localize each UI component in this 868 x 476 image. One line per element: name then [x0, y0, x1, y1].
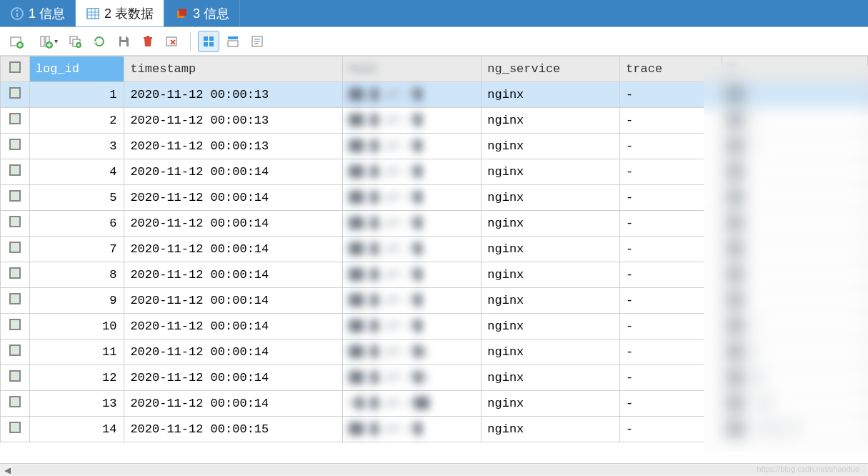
tab-table-data[interactable]: 2 表数据 [76, 0, 164, 26]
cell-ng-service[interactable]: nginx [482, 185, 620, 211]
header-checkbox[interactable] [1, 56, 30, 82]
cell-host[interactable]: ██.█.17.7█ [343, 417, 482, 442]
add-row-button[interactable] [6, 31, 27, 52]
table-row[interactable]: 72020-11-12 00:00:14██.█.17.7█nginx-██ [1, 237, 868, 262]
cell-trace[interactable]: - [620, 391, 722, 417]
cell-timestamp[interactable]: 2020-11-12 00:00:15 [124, 417, 343, 442]
cell-trace[interactable]: - [620, 314, 722, 339]
row-checkbox[interactable] [1, 134, 30, 159]
cell-col6[interactable]: ██ 7 [722, 314, 867, 339]
row-checkbox[interactable] [1, 314, 30, 339]
cell-col6[interactable]: ██ [722, 82, 867, 108]
cell-ng-service[interactable]: nginx [482, 262, 620, 288]
cell-timestamp[interactable]: 2020-11-12 00:00:13 [124, 82, 343, 108]
table-scroll-area[interactable]: log_id timestamp host ng_service trace c… [0, 56, 868, 463]
cell-timestamp[interactable]: 2020-11-12 00:00:14 [124, 391, 343, 417]
cell-trace[interactable]: - [620, 134, 722, 159]
cell-trace[interactable]: - [620, 365, 722, 391]
cell-col6[interactable]: ██ [722, 159, 867, 185]
table-row[interactable]: 142020-11-12 00:00:15██.█.17.7█nginx-██ … [1, 417, 868, 442]
cell-timestamp[interactable]: 2020-11-12 00:00:14 [124, 288, 343, 314]
cell-ng-service[interactable]: nginx [482, 108, 620, 134]
refresh-button[interactable] [89, 31, 110, 52]
cell-ng-service[interactable]: nginx [482, 314, 620, 339]
cell-timestamp[interactable]: 2020-11-12 00:00:14 [124, 365, 343, 391]
cell-ng-service[interactable]: nginx [482, 211, 620, 237]
scroll-track[interactable] [13, 465, 867, 475]
cell-log-id[interactable]: 4 [29, 159, 124, 185]
view-text-button[interactable] [246, 31, 268, 52]
cell-log-id[interactable]: 5 [29, 185, 124, 211]
add-column-dropdown[interactable] [30, 31, 61, 52]
tab-info-3[interactable]: 3 信息 [164, 0, 240, 26]
row-checkbox[interactable] [1, 237, 30, 262]
cell-timestamp[interactable]: 2020-11-12 00:00:13 [124, 108, 343, 134]
cell-col6[interactable]: ██ 7 [722, 134, 867, 159]
cell-log-id[interactable]: 6 [29, 211, 124, 237]
delete-button[interactable] [137, 31, 159, 52]
cell-col6[interactable]: ██ [722, 262, 867, 288]
cell-col6[interactable]: ██ [722, 237, 867, 262]
cell-timestamp[interactable]: 2020-11-12 00:00:14 [124, 185, 343, 211]
row-checkbox[interactable] [1, 365, 30, 391]
cell-host[interactable]: ██.█.17.7█ [343, 82, 482, 108]
cell-trace[interactable]: - [620, 339, 722, 365]
header-log-id[interactable]: log_id [29, 56, 124, 82]
cell-log-id[interactable]: 10 [29, 314, 124, 339]
cell-log-id[interactable]: 11 [29, 339, 124, 365]
cell-trace[interactable]: - [620, 108, 722, 134]
header-ng-service[interactable]: ng_service [482, 56, 620, 82]
cell-ng-service[interactable]: nginx [482, 365, 620, 391]
cell-ng-service[interactable]: nginx [482, 237, 620, 262]
cell-timestamp[interactable]: 2020-11-12 00:00:13 [124, 134, 343, 159]
cell-col6[interactable]: ██ [722, 185, 867, 211]
row-checkbox[interactable] [1, 417, 30, 442]
table-row[interactable]: 82020-11-12 00:00:14██.█.17.7█nginx-██ [1, 262, 868, 288]
cell-host[interactable]: ██.█.17.7█ [343, 314, 482, 339]
cell-log-id[interactable]: 8 [29, 262, 124, 288]
scroll-left-icon[interactable]: ◀ [1, 465, 13, 475]
header-col6[interactable]: c [722, 56, 867, 82]
cell-host[interactable]: ██.█.17.7█ [343, 262, 482, 288]
table-row[interactable]: 112020-11-12 00:00:14██.█.17.7█1nginx-██… [1, 339, 868, 365]
table-row[interactable]: 22020-11-12 00:00:13██.█.17.7█nginx-██ 7 [1, 108, 868, 134]
cell-col6[interactable]: ██ [722, 211, 867, 237]
cell-ng-service[interactable]: nginx [482, 417, 620, 442]
cell-timestamp[interactable]: 2020-11-12 00:00:14 [124, 339, 343, 365]
save-button[interactable] [113, 31, 134, 52]
view-form-button[interactable] [222, 31, 244, 52]
cell-log-id[interactable]: 2 [29, 108, 124, 134]
cell-host[interactable]: ██.█.17.7█1 [343, 365, 482, 391]
row-checkbox[interactable] [1, 391, 30, 417]
table-row[interactable]: 12020-11-12 00:00:13██.█.17.7█nginx-██ [1, 82, 868, 108]
cancel-edit-button[interactable] [161, 31, 183, 52]
cell-ng-service[interactable]: nginx [482, 134, 620, 159]
cell-trace[interactable]: - [620, 288, 722, 314]
cell-col6[interactable]: ██ 3 30.27 [722, 417, 867, 442]
cell-log-id[interactable]: 12 [29, 365, 124, 391]
cell-log-id[interactable]: 7 [29, 237, 124, 262]
row-checkbox[interactable] [1, 108, 30, 134]
cell-ng-service[interactable]: nginx [482, 391, 620, 417]
cell-ng-service[interactable]: nginx [482, 288, 620, 314]
cell-trace[interactable]: - [620, 237, 722, 262]
table-row[interactable]: 42020-11-12 00:00:14██.█.17.7█nginx-██ [1, 159, 868, 185]
cell-log-id[interactable]: 9 [29, 288, 124, 314]
cell-timestamp[interactable]: 2020-11-12 00:00:14 [124, 262, 343, 288]
row-checkbox[interactable] [1, 211, 30, 237]
cell-col6[interactable]: ██ .38 [722, 391, 867, 417]
table-row[interactable]: 92020-11-12 00:00:14██.█.17.7█nginx-██ [1, 288, 868, 314]
table-row[interactable]: 122020-11-12 00:00:14██.█.17.7█1nginx-██… [1, 365, 868, 391]
row-checkbox[interactable] [1, 339, 30, 365]
cell-host[interactable]: ██.█.17.7█ [343, 108, 482, 134]
header-host[interactable]: host [343, 56, 482, 82]
cell-timestamp[interactable]: 2020-11-12 00:00:14 [124, 159, 343, 185]
cell-trace[interactable]: - [620, 211, 722, 237]
row-checkbox[interactable] [1, 288, 30, 314]
row-checkbox[interactable] [1, 262, 30, 288]
table-row[interactable]: 52020-11-12 00:00:14██.█.17.7█nginx-██ [1, 185, 868, 211]
duplicate-button[interactable] [64, 31, 86, 52]
cell-host[interactable]: ██.█.17.7█ [343, 185, 482, 211]
row-checkbox[interactable] [1, 82, 30, 108]
table-row[interactable]: 102020-11-12 00:00:14██.█.17.7█nginx-██ … [1, 314, 868, 339]
